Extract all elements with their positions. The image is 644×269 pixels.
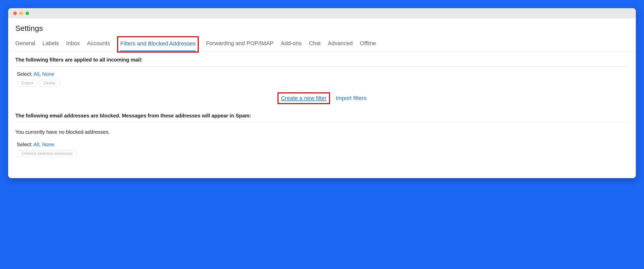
- blocked-select-none[interactable]: None: [42, 142, 54, 147]
- tab-general[interactable]: General: [15, 38, 35, 50]
- settings-tabs: General Labels Inbox Accounts Filters an…: [8, 37, 636, 51]
- tab-accounts[interactable]: Accounts: [87, 38, 110, 50]
- page-title: Settings: [8, 18, 636, 37]
- settings-content: The following filters are applied to all…: [8, 51, 636, 178]
- highlight-create-new-filter: Create a new filter: [277, 92, 330, 104]
- delete-button: Delete: [40, 80, 59, 87]
- window-close-button[interactable]: [13, 11, 17, 15]
- blocked-section-heading: The following email addresses are blocke…: [15, 113, 629, 123]
- filters-select-all[interactable]: All: [34, 71, 39, 77]
- filters-select-none[interactable]: None: [42, 71, 54, 77]
- window-titlebar: [8, 8, 636, 18]
- create-new-filter-link[interactable]: Create a new filter: [281, 95, 327, 102]
- blocked-empty-message: You currently have no blocked addresses.: [15, 126, 629, 141]
- tab-advanced[interactable]: Advanced: [328, 38, 353, 50]
- filters-select-label: Select:: [17, 71, 32, 77]
- settings-window: Settings General Labels Inbox Accounts F…: [8, 8, 636, 178]
- window-minimize-button[interactable]: [19, 11, 23, 15]
- tab-forwarding[interactable]: Forwarding and POP/IMAP: [206, 38, 273, 50]
- filters-button-row: Export Delete: [15, 80, 629, 87]
- filter-action-links: Create a new filter Import filters: [15, 92, 629, 104]
- highlight-tab-filters: Filters and Blocked Addresses: [117, 36, 199, 53]
- blocked-button-row: Unblock selected addresses: [15, 150, 629, 157]
- filters-section-heading: The following filters are applied to all…: [15, 57, 629, 67]
- blocked-select-label: Select:: [17, 142, 32, 147]
- blocked-select-all[interactable]: All: [34, 142, 39, 147]
- tab-filters-and-blocked[interactable]: Filters and Blocked Addresses: [120, 38, 196, 51]
- import-filters-link[interactable]: Import filters: [336, 95, 367, 102]
- unblock-button: Unblock selected addresses: [18, 150, 77, 157]
- tab-inbox[interactable]: Inbox: [66, 38, 80, 50]
- tab-addons[interactable]: Add-ons: [281, 38, 302, 50]
- blocked-select-row: Select: All, None: [15, 141, 629, 150]
- tab-labels[interactable]: Labels: [42, 38, 59, 50]
- export-button: Export: [18, 80, 37, 87]
- filters-select-row: Select: All, None: [15, 70, 629, 79]
- tab-chat[interactable]: Chat: [309, 38, 321, 50]
- window-maximize-button[interactable]: [26, 11, 29, 15]
- tab-offline[interactable]: Offline: [360, 38, 376, 50]
